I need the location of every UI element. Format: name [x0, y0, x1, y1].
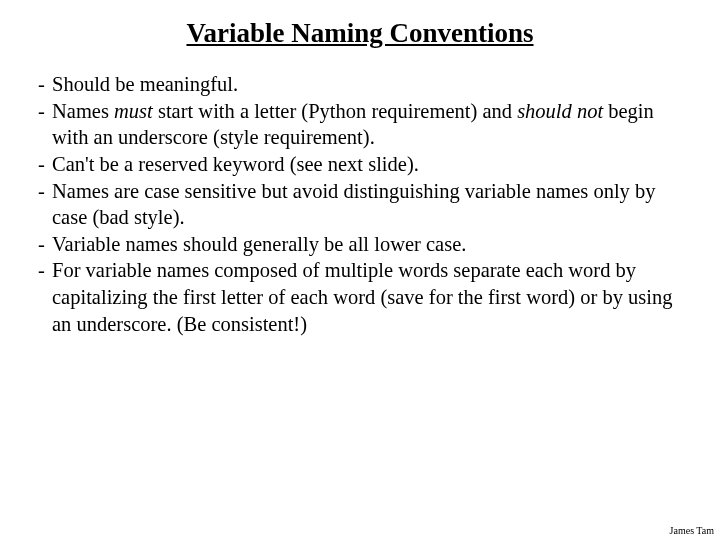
dash-icon: - — [38, 231, 52, 258]
bullet-list: - Should be meaningful. - Names must sta… — [38, 71, 682, 337]
bullet-item: - Variable names should generally be all… — [38, 231, 682, 258]
emphasis-text: must — [114, 100, 153, 122]
footer-author: James Tam — [670, 525, 714, 536]
dash-icon: - — [38, 257, 52, 337]
bullet-text: Variable names should generally be all l… — [52, 231, 682, 258]
dash-icon: - — [38, 178, 52, 231]
emphasis-text: should not — [517, 100, 603, 122]
bullet-item: - Should be meaningful. — [38, 71, 682, 98]
bullet-item: - Can't be a reserved keyword (see next … — [38, 151, 682, 178]
dash-icon: - — [38, 151, 52, 178]
bullet-text: Names must start with a letter (Python r… — [52, 98, 682, 151]
slide-container: Variable Naming Conventions - Should be … — [0, 0, 720, 540]
bullet-text: For variable names composed of multiple … — [52, 257, 682, 337]
bullet-item: - Names must start with a letter (Python… — [38, 98, 682, 151]
bullet-item: - Names are case sensitive but avoid dis… — [38, 178, 682, 231]
bullet-text: Can't be a reserved keyword (see next sl… — [52, 151, 682, 178]
bullet-item: - For variable names composed of multipl… — [38, 257, 682, 337]
slide-title: Variable Naming Conventions — [98, 18, 622, 49]
text-segment: Names — [52, 100, 114, 122]
bullet-text: Should be meaningful. — [52, 71, 682, 98]
dash-icon: - — [38, 98, 52, 151]
dash-icon: - — [38, 71, 52, 98]
text-segment: start with a letter (Python requirement)… — [153, 100, 517, 122]
bullet-text: Names are case sensitive but avoid disti… — [52, 178, 682, 231]
